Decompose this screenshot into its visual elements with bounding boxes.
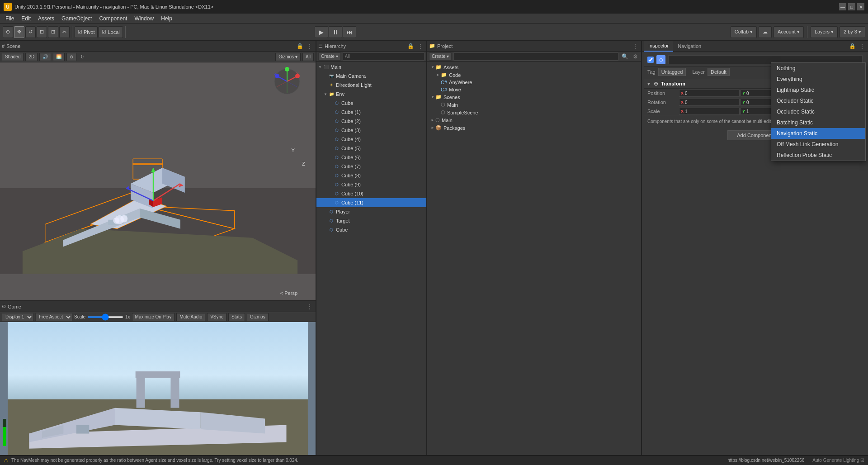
project-filter-btn[interactable]: ⚙ xyxy=(632,53,639,60)
vsync-btn[interactable]: VSync xyxy=(207,313,226,321)
dropdown-lightmap-static[interactable]: Lightmap Static xyxy=(771,85,865,95)
proj-code[interactable]: ► 📁 Code xyxy=(429,71,639,79)
tree-cube-root[interactable]: ⬡ Cube xyxy=(316,225,426,234)
transform-rotate-btn[interactable]: ↺ xyxy=(25,26,36,38)
project-tab[interactable]: 📁 Project xyxy=(429,43,453,49)
scale-slider[interactable] xyxy=(87,316,123,318)
tree-cube-2[interactable]: ⬡ Cube (2) xyxy=(316,117,426,126)
tree-cube-5[interactable]: ⬡ Cube (5) xyxy=(316,144,426,153)
scene-search-btn[interactable]: All xyxy=(302,53,314,61)
layout-button[interactable]: 2 by 3 ▾ xyxy=(840,26,865,38)
maximize-btn[interactable]: Maximize On Play xyxy=(132,313,175,321)
proj-packages[interactable]: ► 📦 Packages xyxy=(429,124,639,132)
menu-help[interactable]: Help xyxy=(157,14,176,23)
tree-main-camera[interactable]: 📷 Main Camera xyxy=(316,71,426,81)
project-search[interactable] xyxy=(453,52,618,61)
menu-edit[interactable]: Edit xyxy=(18,14,34,23)
pause-button[interactable]: ⏸ xyxy=(329,26,342,38)
proj-scene-sample[interactable]: ⬡ SampleScene xyxy=(429,109,639,116)
tree-target[interactable]: ⬡ Target xyxy=(316,216,426,225)
local-btn[interactable]: ☑ Local xyxy=(99,26,123,38)
dropdown-occluder-static[interactable]: Occluder Static xyxy=(771,95,865,106)
layer-dropdown[interactable]: Default xyxy=(708,68,730,76)
position-x[interactable]: X 0 xyxy=(679,90,740,97)
proj-move[interactable]: C# Move xyxy=(429,86,639,93)
scene-menu-btn[interactable]: ⋮ xyxy=(306,43,314,50)
tree-env[interactable]: ▼ 📁 Env xyxy=(316,90,426,99)
transform-scale-btn[interactable]: ⊡ xyxy=(37,26,47,38)
hierarchy-menu-btn[interactable]: ⋮ xyxy=(416,43,425,50)
tree-player[interactable]: ⬡ Player xyxy=(316,207,426,216)
scale-x[interactable]: X 1 xyxy=(679,108,740,115)
tree-cube-0[interactable]: ⬡ Cube xyxy=(316,99,426,108)
navigation-tab[interactable]: Navigation xyxy=(673,41,706,52)
nav-btn[interactable]: ⊙ xyxy=(66,53,76,61)
dropdown-batching-static[interactable]: Batching Static xyxy=(771,117,865,128)
dropdown-off-mesh-link[interactable]: Off Mesh Link Generation xyxy=(771,139,865,150)
tree-cube-7[interactable]: ⬡ Cube (7) xyxy=(316,162,426,171)
tree-cube-1[interactable]: ⬡ Cube (1) xyxy=(316,108,426,117)
inspector-tab[interactable]: Inspector xyxy=(644,41,673,52)
tree-main-scene[interactable]: ▼ ⬛ Main xyxy=(316,62,426,71)
transform-move-btn[interactable]: ✥ xyxy=(14,26,24,38)
dropdown-occludee-static[interactable]: Occludee Static xyxy=(771,106,865,117)
project-create-btn[interactable]: Create ▾ xyxy=(429,52,452,61)
proj-anywhere[interactable]: C# AnyWhere xyxy=(429,79,639,86)
tag-dropdown[interactable]: Untagged xyxy=(658,68,686,76)
gizmos-btn[interactable]: Gizmos ▾ xyxy=(275,53,301,61)
mute-btn[interactable]: Mute Audio xyxy=(176,313,205,321)
tree-cube-4[interactable]: ⬡ Cube (4) xyxy=(316,135,426,144)
tree-cube-6[interactable]: ⬡ Cube (6) xyxy=(316,153,426,162)
right-menu-btn[interactable]: ⋮ xyxy=(858,43,866,50)
transform-multi-btn[interactable]: ✂ xyxy=(59,26,70,38)
dropdown-reflection-probe[interactable]: Reflection Probe Static xyxy=(771,150,865,161)
tree-cube-10[interactable]: ⬡ Cube (10) xyxy=(316,189,426,198)
transform-hand-btn[interactable]: ⊕ xyxy=(3,26,13,38)
pivot-btn[interactable]: ☑ Pivot xyxy=(75,26,98,38)
game-gizmos-btn[interactable]: Gizmos xyxy=(247,313,269,321)
menu-assets[interactable]: Assets xyxy=(34,14,58,23)
menu-window[interactable]: Window xyxy=(131,14,157,23)
object-active-checkbox[interactable] xyxy=(647,57,654,63)
effects-btn[interactable]: 🌅 xyxy=(53,53,65,61)
tree-cube-3[interactable]: ⬡ Cube (3) xyxy=(316,126,426,135)
dropdown-navigation-static[interactable]: Navigation Static xyxy=(771,128,865,139)
hierarchy-search[interactable] xyxy=(343,52,425,61)
scene-tab[interactable]: # Scene xyxy=(2,43,20,49)
proj-scenes[interactable]: ▼ 📁 Scenes xyxy=(429,93,639,101)
menu-gameobject[interactable]: GameObject xyxy=(58,14,95,23)
project-search-btn[interactable]: 🔍 xyxy=(620,53,630,60)
mode-2d-btn[interactable]: 2D xyxy=(25,53,38,61)
menu-component[interactable]: Component xyxy=(95,14,131,23)
dropdown-everything[interactable]: Everything xyxy=(771,74,865,85)
audio-btn[interactable]: 🔊 xyxy=(39,53,51,61)
stats-btn[interactable]: Stats xyxy=(228,313,245,321)
play-button[interactable]: ▶ xyxy=(315,26,328,38)
cloud-button[interactable]: ☁ xyxy=(759,26,772,38)
proj-scene-main[interactable]: ⬡ Main xyxy=(429,101,639,109)
account-button[interactable]: Account ▾ xyxy=(774,26,804,38)
tree-cube-9[interactable]: ⬡ Cube (9) xyxy=(316,180,426,189)
hierarchy-create-btn[interactable]: Create ▾ xyxy=(318,52,341,61)
close-button[interactable]: ✕ xyxy=(857,3,864,10)
scene-viewport[interactable]: Y Z < Persp X xyxy=(0,62,316,300)
scene-lock-btn[interactable]: 🔒 xyxy=(295,43,305,50)
shading-btn[interactable]: Shaded xyxy=(2,53,24,61)
rotation-x[interactable]: X 0 xyxy=(679,99,740,106)
transform-rect-btn[interactable]: ⊞ xyxy=(48,26,58,38)
right-lock-btn[interactable]: 🔒 xyxy=(848,43,857,50)
layers-button[interactable]: Layers ▾ xyxy=(811,26,838,38)
game-menu-btn[interactable]: ⋮ xyxy=(306,303,314,310)
proj-assets[interactable]: ▼ 📁 Assets xyxy=(429,63,639,71)
dropdown-nothing[interactable]: Nothing xyxy=(771,63,865,74)
tree-directional-light[interactable]: ☀ Directional Light xyxy=(316,81,426,90)
minimize-button[interactable]: — xyxy=(839,3,846,10)
aspect-select[interactable]: Free Aspect xyxy=(35,313,72,321)
tree-cube-8[interactable]: ⬡ Cube (8) xyxy=(316,171,426,180)
tree-cube-11[interactable]: ⬡ Cube (11) xyxy=(316,198,426,207)
hierarchy-tab[interactable]: ☰ Hierarchy xyxy=(318,43,346,49)
maximize-button[interactable]: □ xyxy=(848,3,855,10)
hierarchy-lock-btn[interactable]: 🔒 xyxy=(406,43,415,50)
collab-button[interactable]: Collab ▾ xyxy=(731,26,757,38)
game-tab[interactable]: ⊙ Game xyxy=(2,304,21,309)
